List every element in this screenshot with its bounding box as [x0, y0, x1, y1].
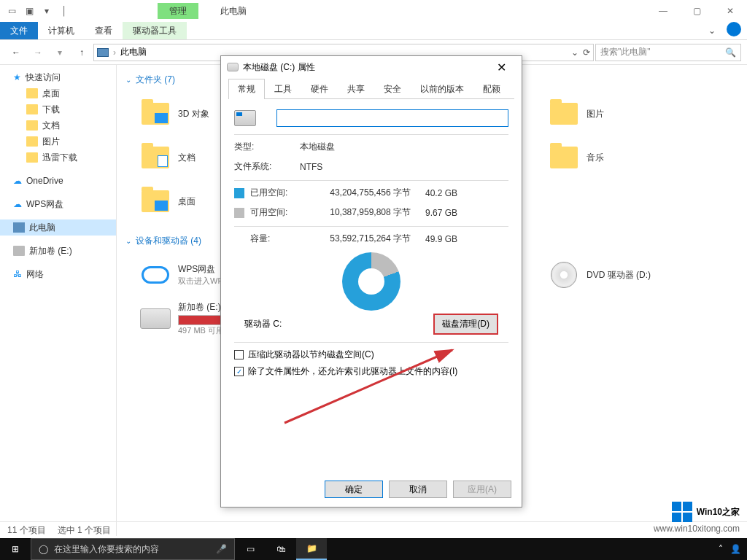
- taskbar-search-input[interactable]: ◯ 在这里输入你要搜索的内容 🎤: [31, 538, 235, 560]
- tab-quota[interactable]: 配额: [473, 79, 510, 99]
- dialog-tabs: 常规 工具 硬件 共享 安全 以前的版本 配额: [228, 78, 514, 99]
- sidebar-item-downloads[interactable]: 下载: [0, 101, 116, 117]
- tray-people-icon[interactable]: 👤: [730, 544, 741, 554]
- sidebar-network[interactable]: 🖧网络: [0, 266, 116, 282]
- cloud-icon: ☁: [13, 176, 22, 186]
- free-label: 可用空间:: [250, 206, 301, 219]
- ribbon-tab-drive-tools[interactable]: 驱动器工具: [123, 22, 187, 39]
- tab-sharing[interactable]: 共享: [338, 79, 374, 99]
- sidebar-new-volume[interactable]: 新加卷 (E:): [0, 243, 116, 259]
- taskbar-app-explorer[interactable]: 📁: [296, 538, 327, 560]
- dialog-body: 类型:本地磁盘 文件系统:NTFS 已用空间: 43,204,755,456 字…: [221, 99, 522, 392]
- drive-icon: [234, 110, 256, 126]
- folder-icon: [550, 147, 578, 168]
- nav-history-dropdown[interactable]: ▾: [50, 43, 70, 62]
- folder-icon: [142, 103, 169, 125]
- folder-icon: [142, 190, 169, 212]
- qat-properties-icon[interactable]: ▣: [20, 3, 38, 19]
- start-button[interactable]: ⊞: [0, 538, 31, 560]
- taskbar-app-store[interactable]: 🛍: [266, 538, 296, 560]
- close-button[interactable]: ✕: [713, 0, 747, 22]
- dialog-titlebar[interactable]: 本地磁盘 (C:) 属性 ✕: [221, 56, 522, 78]
- nav-back-button[interactable]: ←: [6, 43, 26, 62]
- mic-icon: 🎤: [216, 544, 227, 554]
- ok-button[interactable]: 确定: [325, 481, 383, 498]
- folder-icon: [26, 104, 38, 114]
- folder-item-music[interactable]: 音乐: [549, 136, 724, 179]
- breadcrumb-location[interactable]: 此电脑: [120, 46, 147, 58]
- sidebar-item-desktop[interactable]: 桌面: [0, 85, 116, 101]
- help-icon[interactable]: [727, 22, 741, 36]
- nav-up-button[interactable]: ↑: [71, 43, 92, 62]
- tab-hardware[interactable]: 硬件: [301, 79, 338, 99]
- window-title: 此电脑: [220, 5, 247, 18]
- apply-button[interactable]: 应用(A): [453, 481, 511, 498]
- ribbon-expand-icon[interactable]: ⌄: [697, 22, 727, 39]
- address-dropdown-icon[interactable]: ⌄: [571, 47, 578, 58]
- qat-separator: │: [55, 3, 73, 19]
- disk-cleanup-button[interactable]: 磁盘清理(D): [433, 314, 498, 335]
- qat-dropdown-icon[interactable]: ▾: [38, 3, 55, 19]
- pc-icon: [97, 48, 109, 57]
- sidebar-item-thunder[interactable]: 迅雷下载: [0, 149, 116, 166]
- search-input[interactable]: 搜索"此电脑" 🔍: [595, 44, 741, 61]
- sidebar-item-documents[interactable]: 文档: [0, 117, 116, 133]
- cancel-button[interactable]: 取消: [389, 481, 447, 498]
- tray-overflow-icon[interactable]: ˄: [719, 544, 723, 554]
- watermark-url: www.win10xitong.com: [654, 524, 740, 534]
- fs-label: 文件系统:: [234, 160, 300, 173]
- usage-pie-chart: [342, 252, 400, 311]
- checkbox-checked-icon[interactable]: ✓: [234, 367, 244, 376]
- sidebar-wps[interactable]: ☁WPS网盘: [0, 196, 116, 212]
- ribbon-tab-view[interactable]: 查看: [85, 22, 123, 39]
- type-value: 本地磁盘: [300, 141, 335, 153]
- checkbox-unchecked-icon[interactable]: [234, 350, 244, 359]
- selected-count: 选中 1 个项目: [58, 524, 111, 537]
- tab-previous-versions[interactable]: 以前的版本: [411, 79, 473, 99]
- capacity-bytes: 53,592,715,264 字节: [301, 233, 411, 245]
- quick-access-toolbar: ▭ ▣ ▾ │: [0, 3, 73, 19]
- free-swatch: [234, 208, 244, 218]
- breadcrumb-sep-icon: ›: [113, 47, 116, 58]
- index-label: 除了文件属性外，还允许索引此驱动器上文件的内容(I): [248, 365, 457, 378]
- watermark: Win10之家 www.win10xitong.com: [654, 502, 740, 534]
- dvd-icon: [551, 262, 577, 288]
- folder-item-pictures[interactable]: 图片: [549, 92, 724, 136]
- minimize-button[interactable]: —: [646, 0, 680, 22]
- window-controls: — ▢ ✕: [646, 0, 747, 22]
- cortana-icon: ◯: [39, 544, 48, 554]
- tab-tools[interactable]: 工具: [265, 79, 301, 99]
- device-item-dvd[interactable]: DVD 驱动器 (D:): [549, 253, 724, 297]
- folder-icon: [26, 120, 38, 131]
- cloud-icon: [142, 266, 169, 284]
- compress-checkbox-row[interactable]: 压缩此驱动器以节约磁盘空间(C): [234, 349, 508, 361]
- task-view-button[interactable]: ▭: [235, 538, 266, 560]
- tab-general[interactable]: 常规: [228, 79, 265, 99]
- sidebar-this-pc[interactable]: 此电脑: [0, 219, 116, 236]
- dialog-close-button[interactable]: ✕: [487, 61, 516, 74]
- maximize-button[interactable]: ▢: [680, 0, 713, 22]
- tab-security[interactable]: 安全: [374, 79, 411, 99]
- nav-forward-button[interactable]: →: [28, 43, 48, 62]
- folder-icon: [26, 136, 38, 147]
- cloud-icon: ☁: [13, 199, 22, 209]
- network-icon: 🖧: [13, 269, 22, 279]
- compress-label: 压缩此驱动器以节约磁盘空间(C): [248, 349, 374, 361]
- item-count: 11 个项目: [7, 524, 46, 537]
- dialog-buttons: 确定 取消 应用(A): [325, 481, 511, 498]
- search-icon: 🔍: [725, 47, 736, 58]
- drive-c-label: 驱动器 C:: [244, 318, 282, 330]
- volume-name-input[interactable]: [276, 109, 508, 127]
- chevron-down-icon: ⌄: [125, 76, 131, 84]
- type-label: 类型:: [234, 141, 300, 153]
- folder-icon: [142, 147, 169, 168]
- file-tab[interactable]: 文件: [0, 22, 38, 39]
- sidebar-onedrive[interactable]: ☁OneDrive: [0, 173, 116, 189]
- taskbar: ⊞ ◯ 在这里输入你要搜索的内容 🎤 ▭ 🛍 📁 ˄ 👤: [0, 538, 747, 560]
- refresh-icon[interactable]: ⟳: [583, 47, 590, 58]
- sidebar-item-pictures[interactable]: 图片: [0, 133, 116, 149]
- sidebar-quick-access[interactable]: ★快速访问: [0, 69, 116, 85]
- index-checkbox-row[interactable]: ✓ 除了文件属性外，还允许索引此驱动器上文件的内容(I): [234, 365, 508, 378]
- ribbon-tab-computer[interactable]: 计算机: [38, 22, 85, 39]
- drive-icon: [227, 63, 239, 71]
